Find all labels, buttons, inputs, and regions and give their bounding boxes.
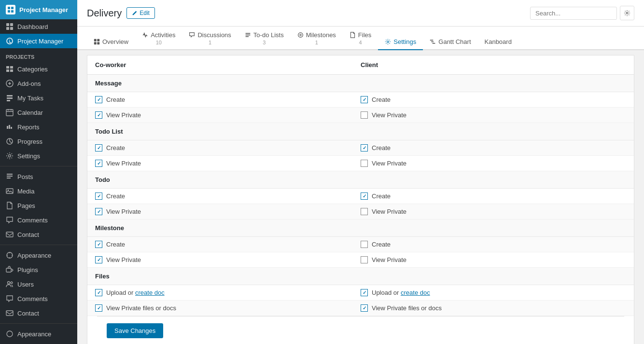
sidebar-section-projects: Projects bbox=[0, 48, 77, 62]
checkbox-client-milestone-create[interactable] bbox=[361, 241, 368, 248]
tab-todo-lists[interactable]: To-do Lists 3 bbox=[238, 27, 291, 50]
sidebar-item-comments[interactable]: Comments bbox=[0, 213, 77, 227]
sidebar-item-appearance[interactable]: Appearance bbox=[0, 248, 77, 262]
sidebar-item-pages[interactable]: Pages bbox=[0, 198, 77, 213]
checkbox-coworker-message-create[interactable] bbox=[95, 96, 102, 103]
tab-activities[interactable]: Activities 10 bbox=[135, 27, 182, 50]
tab-files-label: Files bbox=[358, 31, 371, 39]
sidebar-item-project-manager[interactable]: Project Manager bbox=[0, 34, 77, 48]
tab-settings[interactable]: Settings bbox=[378, 33, 423, 50]
checkbox-coworker-todolist-create[interactable] bbox=[95, 144, 102, 151]
tab-todo-lists-label: To-do Lists bbox=[253, 31, 284, 39]
sidebar-item-comments2[interactable]: Comments bbox=[0, 291, 77, 306]
label: View Private files or docs bbox=[106, 304, 176, 312]
sidebar-item-my-tasks[interactable]: My Tasks bbox=[0, 91, 77, 105]
todo-lists-icon bbox=[245, 32, 251, 38]
sidebar-item-reports[interactable]: Reports bbox=[0, 120, 77, 134]
sidebar-item-progress[interactable]: Progress bbox=[0, 134, 77, 149]
label: Create bbox=[106, 144, 125, 151]
sidebar-item-contact2[interactable]: Contact bbox=[0, 306, 77, 320]
checkbox-coworker-todo-create[interactable] bbox=[95, 193, 102, 200]
checkbox-client-milestone-view-private[interactable] bbox=[361, 256, 368, 263]
label: Upload or create doc bbox=[372, 289, 430, 296]
save-changes-button[interactable]: Save Changes bbox=[107, 323, 163, 338]
sidebar-item-contact[interactable]: Contact bbox=[0, 227, 77, 242]
tab-overview[interactable]: Overview bbox=[87, 33, 135, 50]
sidebar-item-settings[interactable]: Settings bbox=[0, 149, 77, 163]
gear-button[interactable] bbox=[620, 6, 634, 20]
coworker-files-upload: Upload or create doc bbox=[95, 289, 361, 296]
client-milestone-create: Create bbox=[361, 241, 626, 248]
section-files: Files bbox=[87, 268, 634, 285]
search-input[interactable] bbox=[530, 7, 617, 20]
checkbox-coworker-message-view-private[interactable] bbox=[95, 111, 102, 119]
sidebar-item-posts[interactable]: Posts bbox=[0, 169, 77, 184]
svg-point-21 bbox=[626, 12, 628, 14]
col-client: Client bbox=[361, 61, 626, 69]
client-files-view-private: View Private files or docs bbox=[361, 304, 626, 312]
sidebar-logo[interactable]: Project Manager bbox=[0, 0, 77, 19]
checkbox-client-todolist-view-private[interactable] bbox=[361, 160, 368, 167]
checkbox-coworker-milestone-view-private[interactable] bbox=[95, 256, 102, 263]
checkbox-coworker-files-view-private[interactable] bbox=[95, 304, 102, 312]
sidebar-item-label: Dashboard bbox=[17, 23, 48, 30]
checkbox-coworker-milestone-create[interactable] bbox=[95, 241, 102, 248]
label: Create bbox=[106, 241, 125, 248]
checkbox-client-todolist-create[interactable] bbox=[361, 144, 368, 151]
coworker-milestone-create: Create bbox=[95, 241, 361, 248]
sidebar-item-label: Posts bbox=[17, 173, 33, 180]
sidebar-item-media[interactable]: Media bbox=[0, 184, 77, 198]
svg-point-18 bbox=[11, 282, 13, 284]
checkbox-client-message-view-private[interactable] bbox=[361, 111, 368, 119]
sidebar-item-users[interactable]: Users bbox=[0, 277, 77, 291]
sidebar-divider-1 bbox=[0, 166, 77, 166]
sidebar-item-plugins[interactable]: Plugins bbox=[0, 262, 77, 277]
label: View Private bbox=[372, 111, 406, 119]
sidebar: Project Manager Dashboard Project Manage… bbox=[0, 0, 77, 344]
checkbox-client-message-create[interactable] bbox=[361, 96, 368, 103]
sidebar-item-calendar[interactable]: Calendar bbox=[0, 105, 77, 120]
checkbox-coworker-files-upload[interactable] bbox=[95, 289, 102, 296]
checkbox-coworker-todolist-view-private[interactable] bbox=[95, 160, 102, 167]
coworker-todo-create: Create bbox=[95, 193, 361, 200]
overview-icon bbox=[94, 39, 100, 45]
client-todo-create: Create bbox=[361, 193, 626, 200]
section-todo-title: Todo bbox=[95, 176, 361, 183]
project-tabs: Overview Activities 10 Discussions 1 To-… bbox=[77, 27, 644, 50]
sidebar-item-dashboard[interactable]: Dashboard bbox=[0, 19, 77, 34]
tab-kanboard-label: Kanboard bbox=[485, 38, 512, 45]
client-todolist-create: Create bbox=[361, 144, 626, 151]
checkbox-coworker-todo-view-private[interactable] bbox=[95, 208, 102, 215]
svg-rect-7 bbox=[10, 27, 13, 30]
edit-button[interactable]: Edit bbox=[126, 7, 155, 19]
sidebar-item-label: Settings bbox=[17, 152, 40, 160]
sidebar-item-categories[interactable]: Categories bbox=[0, 62, 77, 76]
checkbox-client-files-view-private[interactable] bbox=[361, 304, 368, 312]
svg-point-29 bbox=[298, 33, 303, 38]
tab-milestones[interactable]: Milestones 1 bbox=[291, 27, 343, 50]
create-doc-link-client[interactable]: create doc bbox=[401, 289, 430, 296]
svg-rect-12 bbox=[6, 189, 13, 193]
create-doc-link-coworker[interactable]: create doc bbox=[135, 289, 165, 296]
page-title: Delivery bbox=[87, 8, 122, 19]
label: View Private files or docs bbox=[372, 304, 442, 312]
sidebar-item-appearance2[interactable]: Appearance bbox=[0, 327, 77, 341]
tab-discussions[interactable]: Discussions 1 bbox=[182, 27, 238, 50]
coworker-files-view-private: View Private files or docs bbox=[95, 304, 361, 312]
svg-rect-2 bbox=[8, 10, 10, 13]
permissions-header: Co-worker Client bbox=[87, 55, 634, 75]
svg-rect-22 bbox=[94, 39, 97, 41]
tab-files[interactable]: Files 4 bbox=[343, 27, 378, 50]
checkbox-client-files-upload[interactable] bbox=[361, 289, 368, 296]
sidebar-item-add-ons[interactable]: Add-ons bbox=[0, 76, 77, 91]
checkbox-client-todo-create[interactable] bbox=[361, 193, 368, 200]
sidebar-item-label: Users bbox=[17, 281, 34, 288]
tab-kanboard[interactable]: Kanboard bbox=[478, 33, 518, 50]
tab-gantt[interactable]: Gantt Chart bbox=[423, 33, 477, 50]
section-todo: Todo bbox=[87, 171, 634, 189]
edit-icon bbox=[132, 10, 138, 16]
svg-rect-24 bbox=[94, 42, 97, 44]
checkbox-client-todo-view-private[interactable] bbox=[361, 208, 368, 215]
section-milestone-title: Milestone bbox=[95, 224, 361, 232]
save-area: Save Changes bbox=[97, 316, 624, 344]
